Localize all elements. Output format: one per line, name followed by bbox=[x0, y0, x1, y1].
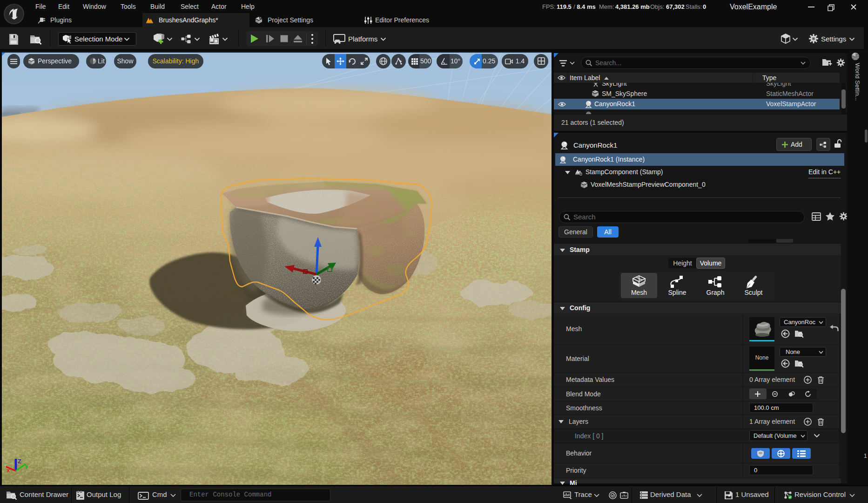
svg-text:y: y bbox=[25, 462, 29, 469]
svg-text:Z: Z bbox=[18, 458, 21, 465]
svg-text:x: x bbox=[7, 467, 10, 474]
